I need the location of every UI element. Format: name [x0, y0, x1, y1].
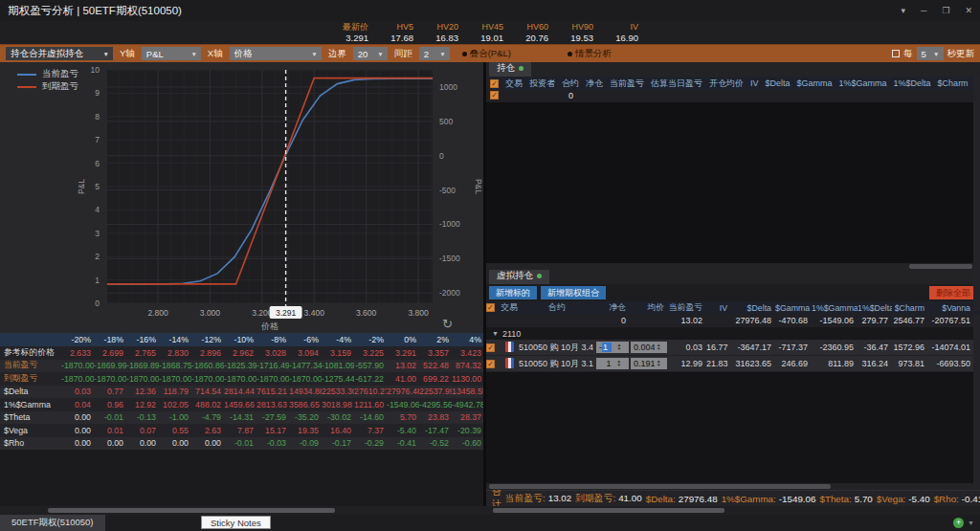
- stat-label: IV: [593, 22, 638, 33]
- bottom-hscrollbar[interactable]: [0, 506, 980, 515]
- virtual-toolbar: 新增标的 新增期权组合 删除全部: [486, 284, 980, 301]
- total-$Theta: $Theta:5.70: [819, 494, 872, 504]
- legend-item[interactable]: 到期盈亏: [17, 80, 78, 93]
- chart-refresh-icon[interactable]: ↻: [442, 317, 453, 331]
- table-cell: 714.54: [191, 386, 224, 399]
- maximize-icon[interactable]: ❐: [942, 6, 949, 15]
- title-bar: 期权盈亏分析 | 50ETF期权(510050) ▾ ─ ❐ ✕: [0, 0, 980, 21]
- stat-最新价: 最新价3.291: [323, 21, 368, 44]
- virtual-hscrollbar[interactable]: [486, 483, 980, 490]
- svg-text:3.291: 3.291: [276, 308, 297, 318]
- total-label: 到期盈亏:: [575, 493, 615, 503]
- y-axis-dropdown[interactable]: P&L▼: [142, 47, 201, 60]
- table-cell: 3.225: [354, 346, 387, 360]
- col-header: -16%: [126, 333, 159, 346]
- avg-price-stepper[interactable]: 0.1916▲▼: [631, 358, 667, 369]
- trade-flag-icon[interactable]: [505, 342, 514, 352]
- corner-cell: [0, 333, 61, 346]
- table-cell: 973.81: [892, 359, 928, 368]
- add-option-combo-button[interactable]: 新增期权组合: [541, 286, 606, 299]
- interval-dropdown[interactable]: 2▼: [419, 47, 450, 60]
- table-cell: 7.37: [354, 424, 387, 437]
- table-cell: -1870.00: [94, 372, 126, 386]
- overlay-radio[interactable]: 叠合(P&L): [462, 48, 511, 60]
- table-cell: -1870.00: [61, 360, 94, 373]
- table-cell: 522.48: [419, 360, 452, 373]
- left-filler: [0, 450, 483, 506]
- add-underlying-button[interactable]: 新增标的: [489, 286, 537, 299]
- stepper-arrows-icon[interactable]: ▲▼: [617, 360, 625, 367]
- total-label: $Delta:: [646, 494, 676, 504]
- stat-value: 17.68: [368, 33, 413, 43]
- dropdown-arrow-icon[interactable]: ▼: [968, 520, 974, 526]
- minimize-icon[interactable]: ─: [921, 6, 926, 15]
- refresh-interval-dropdown[interactable]: 5▼: [917, 47, 944, 60]
- scenario-radio[interactable]: 情景分析: [568, 48, 612, 60]
- avg-price-stepper[interactable]: 0.0046▲▼: [631, 342, 667, 353]
- position-mode-dropdown[interactable]: 持仓合并虚拟持仓▼: [6, 47, 113, 60]
- tab-positions[interactable]: 持仓: [489, 62, 531, 77]
- svg-text:7: 7: [95, 135, 100, 144]
- svg-text:价格: 价格: [260, 321, 278, 331]
- auto-refresh-checkbox[interactable]: [892, 50, 900, 57]
- table-cell: 0.03: [61, 386, 94, 399]
- delete-all-button[interactable]: 删除全部: [929, 286, 977, 299]
- select-all-checkbox[interactable]: ✓: [490, 91, 499, 100]
- virtual-vscrollbar[interactable]: [973, 314, 980, 488]
- table-cell: 2.765: [126, 346, 159, 360]
- status-tab-underlying[interactable]: 50ETF期权(510050): [0, 515, 105, 531]
- table-cell: -4942.78: [452, 398, 484, 411]
- table-cell: 0.00: [61, 437, 94, 451]
- virtual-position-row[interactable]: ✓510050 购 10月 3.11▲▼0.1916▲▼12.9921.8331…: [486, 356, 980, 372]
- table-cell: -1869.89: [126, 360, 159, 373]
- stat-label: HV90: [548, 22, 593, 33]
- window-menu-icon[interactable]: ▾: [901, 6, 905, 15]
- col-header: -8%: [256, 333, 289, 346]
- collapse-triangle-icon[interactable]: ▼: [492, 330, 499, 337]
- virtual-position-row[interactable]: ✓510050 购 10月 3.4-1▲▼0.0046▲▼0.0316.77-3…: [486, 340, 980, 356]
- table-row[interactable]: 参考标的价格2.6332.6992.7652.8302.8962.9623.02…: [0, 346, 484, 360]
- positions-hscrollbar[interactable]: [486, 263, 980, 270]
- boundary-dropdown[interactable]: 20▼: [353, 47, 388, 60]
- table-cell: -1870.00: [289, 372, 322, 386]
- stepper-arrows-icon[interactable]: ▲▼: [657, 343, 663, 351]
- pnl-chart[interactable]: 0123456789102.8003.0003.2003.4003.6003.8…: [0, 62, 483, 333]
- stepper-arrows-icon[interactable]: ▲▼: [617, 343, 625, 351]
- positions-vscrollbar[interactable]: [973, 77, 980, 311]
- net-quantity-stepper[interactable]: 1▲▼: [596, 358, 629, 369]
- net-quantity-stepper[interactable]: -1▲▼: [596, 342, 629, 353]
- group-row-2110[interactable]: ▼ 2110: [486, 327, 980, 340]
- sticky-notes-tooltip: Sticky Notes: [201, 516, 271, 529]
- select-all-checkbox[interactable]: ✓: [490, 79, 499, 88]
- scroll-handle-left[interactable]: [48, 508, 335, 513]
- scroll-handle[interactable]: [489, 484, 831, 489]
- table-cell: -1549.06: [387, 398, 419, 411]
- legend-item[interactable]: 当前盈亏: [17, 68, 78, 80]
- select-all-checkbox[interactable]: ✓: [486, 303, 495, 312]
- row-checkbox[interactable]: ✓: [486, 343, 495, 352]
- col-header: 合约: [562, 77, 579, 90]
- table-row[interactable]: $Theta0.00-0.01-0.13-1.00-4.79-14.31-27.…: [0, 411, 484, 425]
- stepper-arrows-icon[interactable]: ▲▼: [657, 360, 663, 367]
- table-cell: 1459.66: [224, 398, 256, 411]
- scroll-handle[interactable]: [909, 264, 972, 269]
- add-icon[interactable]: +: [953, 518, 964, 528]
- svg-text:1000: 1000: [439, 82, 457, 92]
- table-cell: 12.99: [668, 359, 706, 368]
- table-cell: 0.01: [94, 424, 126, 437]
- row-checkbox[interactable]: ✓: [486, 360, 495, 368]
- x-axis-dropdown[interactable]: 价格▼: [230, 47, 322, 60]
- close-icon[interactable]: ✕: [965, 6, 972, 15]
- tab-virtual-positions[interactable]: 虚拟持仓: [489, 269, 549, 284]
- table-row[interactable]: $Rho0.000.000.000.000.00-0.01-0.03-0.09-…: [0, 437, 484, 451]
- trade-flag-icon[interactable]: [505, 358, 514, 368]
- table-row[interactable]: $Vega0.000.010.070.552.637.8715.1719.351…: [0, 424, 484, 437]
- table-row[interactable]: 当前盈亏-1870.00-1869.99-1869.89-1868.75-186…: [0, 360, 484, 373]
- total-value: -5.40: [908, 494, 929, 504]
- table-row[interactable]: 1%$Gamma0.040.9612.92102.05488.021459.66…: [0, 398, 484, 411]
- scroll-handle-right[interactable]: [493, 508, 724, 513]
- table-cell: -1870.00: [256, 372, 289, 386]
- table-row[interactable]: $Delta0.030.7712.36118.79714.542814.4476…: [0, 386, 484, 399]
- positions-table-body[interactable]: [486, 102, 980, 263]
- table-row[interactable]: 到期盈亏-1870.00-1870.00-1870.00-1870.00-187…: [0, 372, 484, 386]
